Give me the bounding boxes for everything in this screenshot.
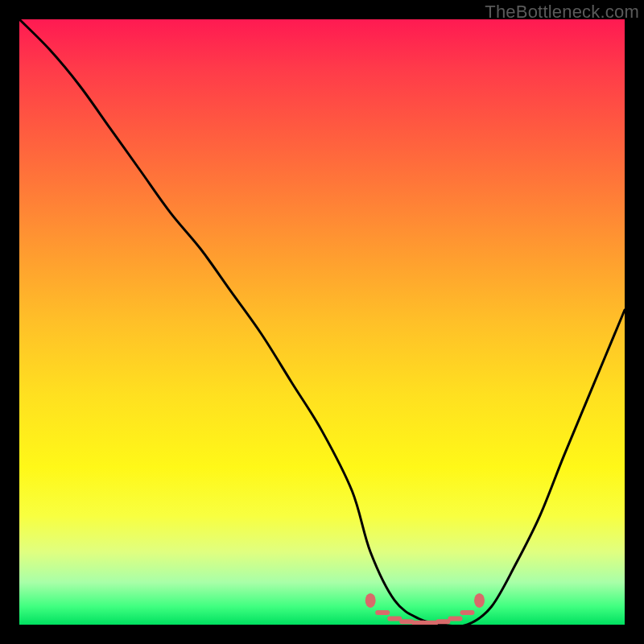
plot-area (19, 19, 625, 625)
svg-point-0 (365, 593, 376, 608)
chart-container: TheBottleneck.com (0, 0, 644, 644)
svg-point-1 (474, 593, 485, 608)
optimal-band-markers (365, 593, 485, 623)
chart-svg (19, 19, 625, 625)
bottleneck-curve (19, 19, 625, 625)
